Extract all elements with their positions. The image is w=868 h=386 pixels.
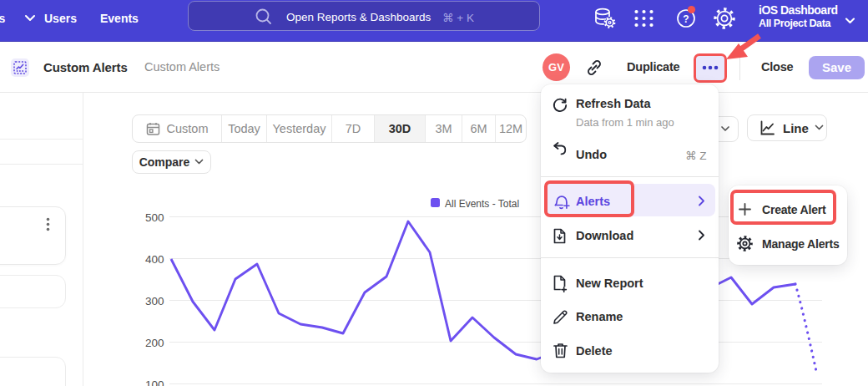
svg-text:500: 500 xyxy=(145,211,164,224)
svg-text:?: ? xyxy=(683,13,689,25)
svg-text:200: 200 xyxy=(145,337,164,349)
svg-text:300: 300 xyxy=(145,295,164,307)
svg-text:400: 400 xyxy=(145,253,164,266)
svg-text:100: 100 xyxy=(145,378,164,386)
